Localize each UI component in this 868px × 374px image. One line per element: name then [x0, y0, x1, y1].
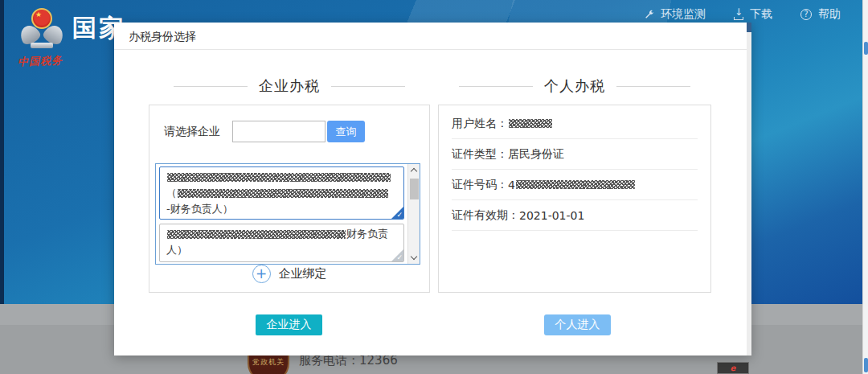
- list-item-visible-text: 人）: [166, 244, 187, 256]
- background-left-strip: [0, 0, 4, 304]
- tax-emblem-logo: ★: [21, 8, 63, 47]
- plus-circle-icon: +: [252, 265, 271, 283]
- enterprise-list-item[interactable]: 财务负责 人） ✓: [159, 224, 404, 262]
- dialog-title: 办税身份选择: [114, 23, 751, 50]
- redacted-text: [178, 189, 388, 198]
- enterprise-search-input[interactable]: [232, 121, 326, 142]
- select-enterprise-label: 请选择企业: [164, 125, 220, 139]
- top-menu: 环境监测 ↓ 下载 ? 帮助: [642, 7, 841, 22]
- personal-panel: 用户姓名： 证件类型： 居民身份证 证件号码： 4 证件有效期：: [438, 105, 711, 293]
- enterprise-list-item[interactable]: （ -财务负责人） ✓: [159, 166, 404, 220]
- menu-item-help[interactable]: ? 帮助: [800, 7, 841, 22]
- tax-identity-dialog: 办税身份选择 企业办税 请选择企业 查询 （: [114, 23, 751, 356]
- personal-enter-button[interactable]: 个人进入: [544, 314, 611, 335]
- list-scrollbar[interactable]: [407, 164, 420, 264]
- enterprise-panel: 请选择企业 查询 （ -财务负责人） ✓ 财务负: [149, 105, 430, 293]
- scroll-up-arrow-icon[interactable]: [411, 168, 417, 175]
- enterprise-section-title: 企业办税: [259, 76, 320, 96]
- certification-badge: e: [717, 362, 749, 374]
- list-item-visible-text: 财务负责: [346, 228, 388, 240]
- redacted-text: [167, 230, 346, 239]
- scroll-down-arrow-icon[interactable]: [411, 253, 417, 260]
- personal-section-header: 个人办税: [438, 76, 711, 97]
- scrollbar-thumb[interactable]: [864, 358, 868, 372]
- wrench-icon: [642, 8, 655, 21]
- download-icon: ↓: [733, 9, 744, 20]
- scrollbar-thumb[interactable]: [410, 179, 419, 199]
- redacted-text: [516, 180, 635, 189]
- enterprise-listbox: （ -财务负责人） ✓ 财务负责 人） ✓: [155, 163, 420, 265]
- scrollbar-thumb[interactable]: [747, 23, 751, 32]
- page-scrollbar[interactable]: [862, 0, 868, 374]
- enterprise-enter-button[interactable]: 企业进入: [256, 314, 322, 335]
- cert-validity-row: 证件有效期： 2021-01-01: [452, 200, 698, 231]
- scrollbar-thumb[interactable]: [864, 42, 868, 55]
- personal-section-title: 个人办税: [544, 76, 605, 96]
- enterprise-section-header: 企业办税: [149, 76, 430, 97]
- list-item-visible-text: -财务负责人）: [166, 203, 233, 215]
- help-icon: ?: [800, 8, 813, 21]
- menu-item-label: 下载: [750, 7, 772, 22]
- menu-item-label: 环境监测: [661, 7, 706, 22]
- query-button[interactable]: 查询: [327, 121, 365, 142]
- logo-caption: 中国税务: [18, 51, 123, 70]
- redacted-text: [167, 173, 391, 182]
- user-name-row: 用户姓名：: [452, 109, 698, 139]
- cert-type-row: 证件类型： 居民身份证: [452, 139, 698, 170]
- menu-item-download[interactable]: ↓ 下载: [733, 7, 772, 22]
- brand-block: ★ 中国税务: [18, 8, 122, 68]
- cert-number-row: 证件号码： 4: [452, 170, 698, 200]
- menu-item-label: 帮助: [818, 7, 841, 22]
- enterprise-bind-link[interactable]: + 企业绑定: [149, 265, 429, 283]
- menu-item-environment[interactable]: 环境监测: [642, 7, 706, 22]
- redacted-text: [509, 119, 552, 128]
